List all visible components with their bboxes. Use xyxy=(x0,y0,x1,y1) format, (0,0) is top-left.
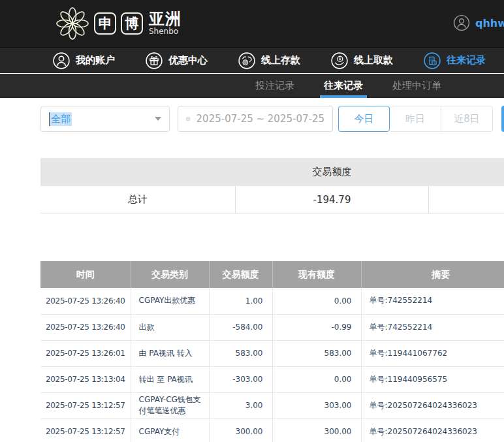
cell-balance: 0.00 xyxy=(272,288,361,314)
nav-item-label: 我的账户 xyxy=(76,54,115,67)
tab-betting-records[interactable]: 投注记录 xyxy=(251,74,298,98)
nav-item-label: 线上存款 xyxy=(261,54,300,67)
cell-amount: 300.00 xyxy=(209,418,272,442)
search-button[interactable] xyxy=(501,106,504,132)
table-row: 2025-07-25 13:26:01由 PA视讯 转入583.00583.00… xyxy=(40,340,504,366)
cell-amount: -303.00 xyxy=(209,366,272,392)
withdraw-icon xyxy=(330,52,349,70)
top-header: 申 博 亚洲 Shenbo qhhw xyxy=(0,0,504,47)
cell-type: CGPAY出款优惠 xyxy=(131,288,209,314)
cell-time: 2025-07-25 13:26:40 xyxy=(40,288,131,314)
column-header-4: 摘要 xyxy=(361,261,504,288)
tab-label: 投注记录 xyxy=(255,80,294,92)
cell-balance: -0.99 xyxy=(272,314,361,340)
cell-balance: 0.00 xyxy=(272,366,361,392)
cell-type: 出款 xyxy=(131,314,209,340)
deposit-icon xyxy=(238,52,256,70)
user-avatar-icon xyxy=(453,14,470,31)
logo-char-box: 申 xyxy=(94,12,116,35)
summary-header-row: 交易额度 xyxy=(40,158,504,186)
nav-item-promo[interactable]: 优惠中心 xyxy=(145,52,208,70)
records-table-header: 时间交易类别交易额度现有额度摘要 xyxy=(40,261,504,288)
table-row: 2025-07-25 13:13:04转出 至 PA视讯-303.000.00单… xyxy=(40,366,504,392)
table-row: 2025-07-25 13:12:57CGPAY支付300.00300.00单号… xyxy=(40,418,504,442)
cell-type: CGPAY-CG钱包支付笔笔送优惠 xyxy=(131,392,209,418)
summary-total-row: 总计 -194.79 xyxy=(40,186,504,213)
nav-item-label: 优惠中心 xyxy=(168,54,208,67)
page: 申 博 亚洲 Shenbo qhhw 我的账户优惠中心线上存款线上取款往来记录 … xyxy=(0,0,504,442)
tab-processing-orders[interactable]: 处理中订单 xyxy=(388,74,445,98)
nav-item-records[interactable]: 往来记录 xyxy=(423,52,486,70)
cell-time: 2025-07-25 13:12:57 xyxy=(40,392,131,418)
table-row: 2025-07-25 13:26:40CGPAY出款优惠1.000.00单号:7… xyxy=(40,288,504,314)
active-tab-underline xyxy=(320,95,367,98)
tab-label: 处理中订单 xyxy=(392,80,441,92)
summary-total-value: -194.79 xyxy=(235,186,429,213)
table-row: 2025-07-25 13:26:40出款-584.00-0.99单号:7425… xyxy=(40,314,504,340)
cell-amount: 1.00 xyxy=(209,288,272,314)
quick-range-last-8-days-button[interactable]: 近8日 xyxy=(441,106,493,132)
cell-time: 2025-07-25 13:26:01 xyxy=(40,340,131,366)
cell-type: CGPAY支付 xyxy=(131,418,209,442)
flower-logo-icon xyxy=(55,7,89,40)
calendar-icon xyxy=(186,114,191,124)
records-table: 时间交易类别交易额度现有额度摘要 2025-07-25 13:26:40CGPA… xyxy=(40,261,504,442)
cell-time: 2025-07-25 13:26:40 xyxy=(40,314,131,340)
column-header-3: 现有额度 xyxy=(272,261,361,288)
nav-item-label: 线上取款 xyxy=(354,54,393,67)
cell-summary: 单号:742552214 xyxy=(361,314,504,340)
quick-range-yesterday-button[interactable]: 昨日 xyxy=(390,106,441,132)
logo-char-box: 博 xyxy=(121,12,143,35)
chevron-down-icon xyxy=(155,117,161,121)
tab-transaction-records[interactable]: 往来记录 xyxy=(320,74,367,98)
quick-range-today-button[interactable]: 今日 xyxy=(338,106,390,132)
cell-time: 2025-07-25 13:12:57 xyxy=(40,418,131,442)
records-icon xyxy=(423,52,441,70)
cell-balance: 303.00 xyxy=(272,392,361,418)
cell-summary: 单号:202507264024336023 xyxy=(361,418,504,442)
user-icon xyxy=(52,52,71,70)
summary-amount-header: 交易额度 xyxy=(235,158,429,186)
table-row: 2025-07-25 13:12:57CGPAY-CG钱包支付笔笔送优惠3.00… xyxy=(40,392,504,418)
sub-nav: 投注记录往来记录处理中订单 xyxy=(0,74,504,98)
cell-summary: 单号:119441067762 xyxy=(361,340,504,366)
date-range-value: 2025-07-25 ~ 2025-07-25 xyxy=(197,113,324,125)
gift-icon xyxy=(145,52,163,70)
cell-summary: 单号:119440956575 xyxy=(361,366,504,392)
cell-amount: 3.00 xyxy=(209,392,272,418)
select-value: 全部 xyxy=(49,112,72,126)
nav-item-account[interactable]: 我的账户 xyxy=(52,52,115,70)
user-account[interactable]: qhhw xyxy=(453,14,504,31)
cell-summary: 单号:202507264024336023 xyxy=(361,392,504,418)
summary-total-label: 总计 xyxy=(40,186,235,213)
cell-type: 转出 至 PA视讯 xyxy=(131,366,209,392)
main-nav: 我的账户优惠中心线上存款线上取款往来记录 xyxy=(0,47,504,73)
logo-suffix: 亚洲 xyxy=(149,11,181,27)
nav-item-withdraw[interactable]: 线上取款 xyxy=(330,52,393,70)
cell-balance: 300.00 xyxy=(272,418,361,442)
site-logo[interactable]: 申 博 亚洲 Shenbo xyxy=(55,7,181,40)
column-header-0: 时间 xyxy=(40,261,131,288)
summary-table: 交易额度 总计 -194.79 xyxy=(40,158,504,213)
tab-label: 往来记录 xyxy=(324,80,363,92)
cell-amount: 583.00 xyxy=(209,340,272,366)
cell-summary: 单号:742552214 xyxy=(361,288,504,314)
cell-type: 由 PA视讯 转入 xyxy=(131,340,209,366)
logo-en: Shenbo xyxy=(149,27,181,36)
cell-time: 2025-07-25 13:13:04 xyxy=(40,366,131,392)
username[interactable]: qhhw xyxy=(475,17,504,29)
column-header-1: 交易类别 xyxy=(131,261,209,288)
cell-amount: -584.00 xyxy=(209,314,272,340)
quick-range-buttons: 今日昨日近8日 xyxy=(338,106,493,132)
summary-empty-cell xyxy=(429,186,504,213)
column-header-2: 交易额度 xyxy=(209,261,272,288)
nav-item-label: 往来记录 xyxy=(447,54,486,67)
date-range-input[interactable]: 2025-07-25 ~ 2025-07-25 xyxy=(178,106,333,132)
transaction-type-select[interactable]: 全部 xyxy=(40,106,170,132)
cell-balance: 583.00 xyxy=(272,340,361,366)
nav-item-deposit[interactable]: 线上存款 xyxy=(238,52,300,70)
